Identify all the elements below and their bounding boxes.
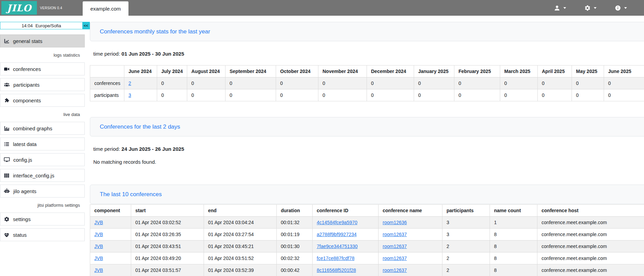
last10-cell: room12637 — [379, 229, 442, 241]
gear-icon — [584, 5, 591, 11]
heart-pulse-icon — [4, 232, 10, 238]
last10-cell: 00:01:32 — [277, 217, 313, 229]
monthly-cell: 0 — [276, 89, 318, 101]
conferences-count-link[interactable]: 2 — [128, 81, 131, 86]
last10-cell: 3 — [442, 229, 490, 241]
sidebar-item-combined-graphs[interactable]: combined graphs — [0, 122, 85, 135]
settings-menu-button[interactable] — [584, 5, 597, 11]
last10-cell: JVB — [90, 264, 131, 276]
tab-label: example.com — [90, 6, 121, 12]
sidebar-item-participants[interactable]: participants — [0, 78, 85, 91]
component-link[interactable]: JVB — [94, 220, 103, 225]
monthly-row-label: participants — [90, 89, 124, 101]
monthly-col-header: July 2024 — [157, 66, 187, 77]
sidebar-section-logs-statistics: logs statistics — [0, 50, 85, 60]
conference-name-link[interactable]: room12637 — [383, 244, 407, 249]
last10-cell: 3 — [442, 217, 490, 229]
participants-count-link[interactable]: 3 — [128, 92, 131, 98]
monthly-cell: 0 — [500, 89, 538, 101]
monthly-cell: 0 — [318, 77, 367, 89]
sidebar-item-interface-config-js[interactable]: interface_config.js — [0, 169, 85, 182]
monthly-cell: 0 — [318, 89, 367, 101]
topbar: JILO VERSION 0.4 example.com — [0, 0, 644, 16]
info-icon — [615, 5, 621, 11]
monthly-cell: 0 — [604, 77, 644, 89]
component-link[interactable]: JVB — [94, 267, 103, 273]
last-10-conferences-table: componentstartenddurationconference IDco… — [90, 204, 644, 276]
last10-cell: room12637 — [379, 264, 442, 276]
monthly-cell: 0 — [157, 77, 187, 89]
last10-col-header: conference name — [379, 205, 442, 217]
monthly-cell: 0 — [538, 89, 572, 101]
sidebar-item-conferences[interactable]: conferences — [0, 62, 85, 75]
monthly-col-header: May 2025 — [572, 66, 604, 77]
sidebar-item-latest-data[interactable]: latest data — [0, 137, 85, 150]
main-content: Conferences monthly stats for the last y… — [90, 16, 644, 276]
conference-id-link[interactable]: 4c14584fce9a5970 — [317, 220, 357, 225]
conference-id-link[interactable]: fce17ce887fcdf78 — [317, 256, 355, 261]
last10-col-header: duration — [277, 205, 313, 217]
sidebar-item-jilo-agents[interactable]: jilo agents — [0, 185, 85, 198]
sidebar-item-settings[interactable]: settings — [0, 213, 85, 226]
conference-id-link[interactable]: a2788f9bf9927234 — [317, 232, 357, 237]
user-icon — [554, 5, 560, 11]
conference-id-link[interactable]: 8c116568f5201f28 — [317, 267, 356, 273]
last-ten-heading-card: The last 10 conferences — [90, 185, 644, 204]
sidebar-item-status[interactable]: status — [0, 228, 85, 241]
chevron-down-icon — [563, 7, 566, 9]
sidebar-item-components[interactable]: components — [0, 94, 85, 107]
last10-cell: 01 Apr 2024 03:49:20 — [131, 252, 204, 264]
conference-name-link[interactable]: room12637 — [383, 232, 407, 237]
conference-id-link[interactable]: 7fae9ce344751330 — [317, 244, 358, 249]
last10-col-header: start — [131, 205, 204, 217]
conference-name-link[interactable]: room12636 — [383, 220, 407, 225]
sidebar-collapse-button[interactable]: << — [82, 22, 90, 29]
clock-timezone: Europe/Sofia — [36, 23, 61, 28]
sidebar-item-label: conferences — [13, 66, 41, 72]
conference-name-link[interactable]: room12637 — [383, 267, 407, 273]
monthly-col-header: August 2024 — [187, 66, 225, 77]
last10-cell: JVB — [90, 217, 131, 229]
desktop-icon — [4, 157, 10, 163]
monthly-cell: 0 — [187, 89, 225, 101]
sidebar-section-jitsi-platforms-settings: jitsi platforms settings — [0, 200, 85, 210]
sidebar-item-config-js[interactable]: config.js — [0, 153, 85, 166]
last10-cell: 8 — [490, 241, 537, 252]
last10-cell: conference.meet.example.com — [537, 264, 644, 276]
last10-col-header: participants — [442, 205, 490, 217]
component-link[interactable]: JVB — [94, 244, 103, 249]
last10-cell: 01 Apr 2024 03:04:24 — [204, 217, 277, 229]
app-logo: JILO — [1, 1, 37, 15]
last10-cell: 00:00:42 — [277, 264, 313, 276]
last-ten-heading: The last 10 conferences — [100, 191, 162, 198]
sidebar-item-label: config.js — [13, 157, 32, 163]
monthly-col-header: June 2025 — [604, 66, 644, 77]
section-last-ten: The last 10 conferences componentstarten… — [90, 185, 644, 276]
monthly-cell: 0 — [572, 89, 604, 101]
sidebar-section-live-data: live data — [0, 110, 85, 120]
table-row: JVB01 Apr 2024 03:02:5201 Apr 2024 03:04… — [90, 217, 644, 229]
sidebar-item-label: participants — [13, 82, 40, 88]
last10-cell: conference.meet.example.com — [537, 217, 644, 229]
last10-cell: JVB — [90, 241, 131, 252]
monthly-col-header: February 2025 — [454, 66, 500, 77]
monthly-col-header: October 2024 — [276, 66, 318, 77]
user-menu-button[interactable] — [554, 5, 566, 11]
last10-col-header: conference host — [537, 205, 644, 217]
component-link[interactable]: JVB — [94, 256, 103, 261]
tab-example-com[interactable]: example.com — [83, 1, 128, 16]
last10-cell: room12636 — [379, 217, 442, 229]
section-monthly-stats: Conferences monthly stats for the last y… — [90, 22, 644, 101]
sidebar-item-general-stats[interactable]: general stats — [0, 34, 85, 47]
component-link[interactable]: JVB — [94, 232, 103, 237]
sidebar-item-label: components — [13, 98, 41, 103]
monthly-stats-heading: Conferences monthly stats for the last y… — [100, 28, 210, 35]
last10-cell: room12637 — [379, 252, 442, 264]
monthly-stats-table: June 2024July 2024August 2024September 2… — [90, 65, 644, 101]
conference-name-link[interactable]: room12637 — [383, 256, 407, 261]
last10-cell: 00:02:32 — [277, 252, 313, 264]
last-two-days-heading-card: Conferences for the last 2 days — [90, 117, 644, 136]
last10-cell: 01 Apr 2024 03:45:21 — [204, 241, 277, 252]
info-menu-button[interactable] — [615, 5, 627, 11]
last-two-days-heading: Conferences for the last 2 days — [100, 124, 180, 130]
